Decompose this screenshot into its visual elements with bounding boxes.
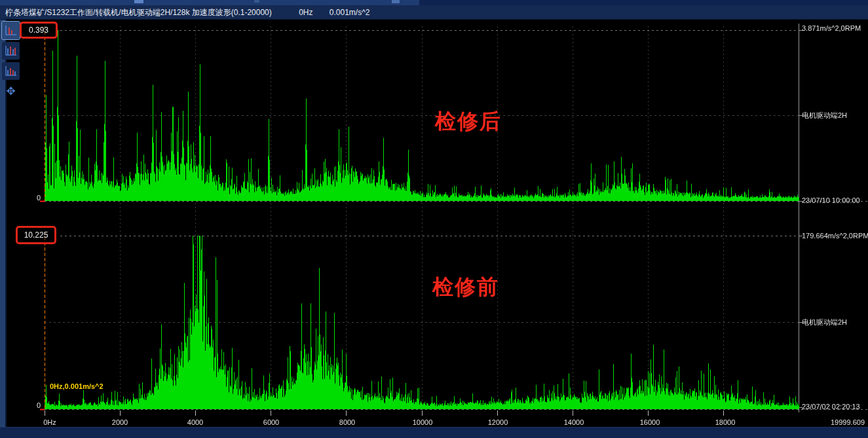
spectrum-overlay-icon xyxy=(5,65,17,77)
x-tick-label: 0Hz xyxy=(43,418,56,426)
spectrum-multi-icon xyxy=(5,45,17,56)
bottom-chart-timestamp-label: 23/07/02 02:20:13 xyxy=(802,403,860,411)
spectrum-canvas[interactable] xyxy=(0,0,868,438)
top-chart-zero-label: 0 xyxy=(26,194,41,202)
x-tick-label: 18000 xyxy=(715,418,736,426)
top-chart-max-annotation-box: 0.393 xyxy=(20,22,58,39)
bottom-chart-right-max-label: 179.664m/s^2,0RPM xyxy=(802,232,868,240)
bottom-chart-max-annotation-box: 10.225 xyxy=(16,226,56,244)
bottom-chart-channel-label: 电机驱动端2H xyxy=(802,318,847,327)
bottom-chart-max-value: 10.225 xyxy=(24,230,48,240)
x-tick-label: 12000 xyxy=(488,418,508,426)
bottom-chart-annotation-before-repair: 检修前 xyxy=(432,273,499,302)
top-chart-max-value: 0.393 xyxy=(29,26,48,35)
x-tick-label: 10000 xyxy=(413,418,433,426)
x-tick-label: 16000 xyxy=(640,418,660,426)
x-tick-label: 19999.609 xyxy=(831,418,865,426)
plot-tool-column: ✥ xyxy=(2,22,20,103)
top-chart-timestamp-label: 23/07/10 10:00:00 xyxy=(802,196,860,204)
spectrum-single-icon xyxy=(5,25,17,36)
tool-move[interactable]: ✥ xyxy=(2,82,20,100)
x-tick-label: 14000 xyxy=(564,418,584,426)
x-tick-label: 4000 xyxy=(187,418,203,426)
tool-spectrum-multi[interactable] xyxy=(2,42,20,60)
app-window: 柠条塔煤矿/S1232工作面/转载机/电机驱动端2H/128k 加速度波形(0.… xyxy=(0,0,868,438)
tool-spectrum-single[interactable] xyxy=(2,22,20,39)
top-chart-right-max-label: 3.871m/s^2,0RPM xyxy=(802,24,861,32)
bottom-chart-cursor-readout: 0Hz,0.001m/s^2 xyxy=(50,382,104,390)
x-tick-label: 6000 xyxy=(263,418,279,426)
tool-spectrum-overlay[interactable] xyxy=(2,62,20,80)
x-tick-label: 8000 xyxy=(339,418,355,426)
bottom-chart-zero-label: 0 xyxy=(26,401,41,409)
top-chart-annotation-after-repair: 检修后 xyxy=(435,107,502,136)
top-chart-channel-label: 电机驱动端2H xyxy=(802,111,847,120)
move-icon: ✥ xyxy=(6,86,15,97)
x-tick-label: 2000 xyxy=(112,418,128,426)
